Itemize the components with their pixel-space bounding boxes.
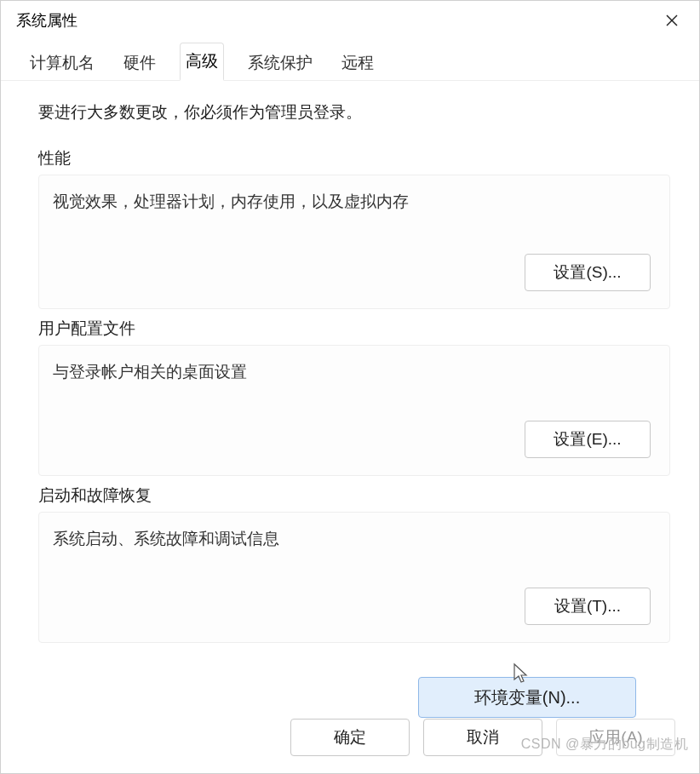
ok-button[interactable]: 确定: [290, 719, 410, 756]
dialog-footer: 确定 取消 应用(A): [1, 719, 699, 773]
tab-system-protection[interactable]: 系统保护: [243, 45, 318, 81]
admin-info-text: 要进行大多数更改，你必须作为管理员登录。: [38, 101, 670, 123]
user-profiles-box: 与登录帐户相关的桌面设置 设置(E)...: [38, 345, 670, 476]
performance-settings-button[interactable]: 设置(S)...: [525, 254, 651, 291]
startup-recovery-settings-button[interactable]: 设置(T)...: [525, 588, 651, 625]
user-profiles-settings-button[interactable]: 设置(E)...: [525, 421, 651, 458]
startup-recovery-desc: 系统启动、系统故障和调试信息: [53, 528, 651, 550]
performance-title: 性能: [38, 147, 670, 169]
performance-box: 视觉效果，处理器计划，内存使用，以及虚拟内存 设置(S)...: [38, 175, 670, 309]
apply-button[interactable]: 应用(A): [556, 719, 675, 756]
startup-recovery-group: 启动和故障恢复 系统启动、系统故障和调试信息 设置(T)...: [38, 484, 670, 643]
close-button[interactable]: [658, 7, 686, 34]
dialog-title: 系统属性: [16, 10, 77, 31]
tab-hardware[interactable]: 硬件: [118, 45, 161, 81]
performance-group: 性能 视觉效果，处理器计划，内存使用，以及虚拟内存 设置(S)...: [38, 147, 670, 309]
user-profiles-group: 用户配置文件 与登录帐户相关的桌面设置 设置(E)...: [38, 318, 670, 476]
cancel-button[interactable]: 取消: [423, 719, 542, 756]
tab-advanced[interactable]: 高级: [180, 43, 224, 81]
titlebar: 系统属性: [1, 1, 699, 38]
env-vars-row: 环境变量(N)...: [38, 651, 670, 718]
tab-computer-name[interactable]: 计算机名: [25, 45, 100, 81]
environment-variables-button[interactable]: 环境变量(N)...: [418, 677, 636, 718]
user-profiles-desc: 与登录帐户相关的桌面设置: [53, 361, 651, 383]
performance-desc: 视觉效果，处理器计划，内存使用，以及虚拟内存: [53, 191, 651, 213]
startup-recovery-title: 启动和故障恢复: [38, 484, 670, 507]
tab-bar: 计算机名 硬件 高级 系统保护 远程: [1, 38, 699, 81]
system-properties-dialog: 系统属性 计算机名 硬件 高级 系统保护 远程 要进行大多数更改，你必须作为管理…: [0, 0, 700, 774]
startup-recovery-box: 系统启动、系统故障和调试信息 设置(T)...: [38, 512, 670, 643]
tab-content-advanced: 要进行大多数更改，你必须作为管理员登录。 性能 视觉效果，处理器计划，内存使用，…: [1, 80, 699, 719]
user-profiles-title: 用户配置文件: [38, 318, 670, 340]
tab-remote[interactable]: 远程: [336, 45, 379, 81]
close-icon: [666, 14, 678, 26]
